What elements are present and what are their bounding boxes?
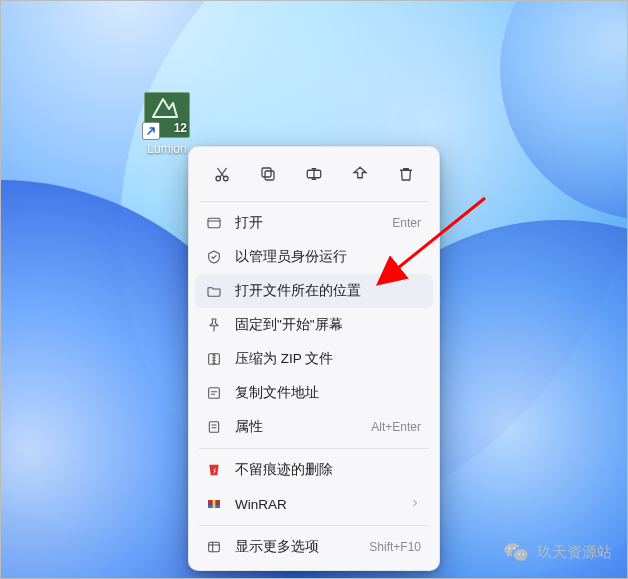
- open-file-loc-icon: [205, 282, 223, 300]
- context-menu-group-0: 打开Enter以管理员身份运行打开文件所在的位置固定到"开始"屏幕压缩为 ZIP…: [195, 206, 433, 444]
- menu-item-label: 属性: [235, 418, 359, 436]
- run-as-admin-icon: [205, 248, 223, 266]
- menu-item-copy-path[interactable]: 复制文件地址: [195, 376, 433, 410]
- context-menu-group-1: 不留痕迹的删除WinRAR: [195, 453, 433, 521]
- menu-item-accelerator: Alt+Enter: [371, 420, 421, 434]
- menu-item-compress-zip[interactable]: 压缩为 ZIP 文件: [195, 342, 433, 376]
- open-icon: [205, 214, 223, 232]
- svg-point-18: [522, 553, 524, 555]
- properties-icon: [205, 418, 223, 436]
- more-options-icon: [205, 538, 223, 556]
- menu-item-properties[interactable]: 属性Alt+Enter: [195, 410, 433, 444]
- menu-item-winrar[interactable]: WinRAR: [195, 487, 433, 521]
- menu-item-no-trace-delete[interactable]: 不留痕迹的删除: [195, 453, 433, 487]
- svg-point-1: [224, 176, 229, 181]
- svg-point-15: [508, 547, 510, 549]
- lumion-version-badge: 12: [174, 121, 187, 135]
- menu-item-accelerator: Enter: [392, 216, 421, 230]
- svg-point-0: [216, 176, 221, 181]
- svg-point-16: [514, 547, 516, 549]
- copy-icon[interactable]: [255, 161, 281, 187]
- menu-item-more-options[interactable]: 显示更多选项Shift+F10: [195, 530, 433, 564]
- menu-item-open[interactable]: 打开Enter: [195, 206, 433, 240]
- compress-zip-icon: [205, 350, 223, 368]
- context-menu: 打开Enter以管理员身份运行打开文件所在的位置固定到"开始"屏幕压缩为 ZIP…: [188, 146, 440, 571]
- desktop-shortcut-lumion[interactable]: 12 Lumion: [136, 92, 198, 156]
- menu-item-label: 以管理员身份运行: [235, 248, 421, 266]
- chevron-right-icon: [409, 497, 421, 512]
- menu-item-run-as-admin[interactable]: 以管理员身份运行: [195, 240, 433, 274]
- context-menu-separator: [199, 525, 429, 526]
- svg-rect-7: [209, 388, 220, 399]
- shortcut-arrow-icon: [142, 122, 160, 140]
- delete-icon[interactable]: [393, 161, 419, 187]
- share-icon[interactable]: [347, 161, 373, 187]
- cut-icon[interactable]: [209, 161, 235, 187]
- menu-item-label: 不留痕迹的删除: [235, 461, 421, 479]
- watermark-text: 玖天资源站: [537, 543, 612, 562]
- no-trace-delete-icon: [205, 461, 223, 479]
- context-menu-separator: [199, 448, 429, 449]
- svg-rect-2: [265, 171, 274, 180]
- context-menu-group-2: 显示更多选项Shift+F10: [195, 530, 433, 564]
- menu-item-label: 压缩为 ZIP 文件: [235, 350, 421, 368]
- svg-point-17: [518, 553, 520, 555]
- wechat-icon: [503, 539, 529, 565]
- svg-rect-5: [208, 218, 220, 227]
- menu-item-label: 固定到"开始"屏幕: [235, 316, 421, 334]
- winrar-icon: [205, 495, 223, 513]
- svg-rect-13: [209, 542, 220, 551]
- menu-item-label: 复制文件地址: [235, 384, 421, 402]
- pin-start-icon: [205, 316, 223, 334]
- menu-item-pin-start[interactable]: 固定到"开始"屏幕: [195, 308, 433, 342]
- svg-rect-3: [262, 168, 271, 177]
- context-menu-separator: [199, 201, 429, 202]
- rename-icon[interactable]: [301, 161, 327, 187]
- menu-item-accelerator: Shift+F10: [369, 540, 421, 554]
- menu-item-label: 打开: [235, 214, 380, 232]
- menu-item-label: WinRAR: [235, 497, 397, 512]
- context-menu-quick-actions: [195, 153, 433, 197]
- svg-rect-8: [209, 422, 218, 433]
- svg-rect-12: [213, 500, 216, 508]
- menu-item-open-file-loc[interactable]: 打开文件所在的位置: [195, 274, 433, 308]
- menu-item-label: 打开文件所在的位置: [235, 282, 421, 300]
- watermark: 玖天资源站: [503, 539, 612, 565]
- copy-path-icon: [205, 384, 223, 402]
- menu-item-label: 显示更多选项: [235, 538, 357, 556]
